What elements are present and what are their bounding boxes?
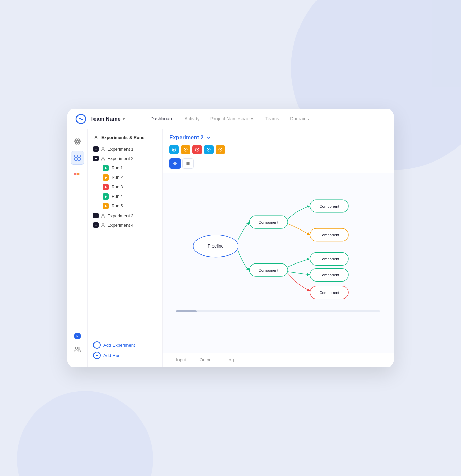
run-item-5[interactable]: ▶ Run 5 [88,201,162,211]
model-icon [74,154,81,161]
run-dot-2: ▶ [103,174,109,181]
run-item-1[interactable]: ▶ Run 1 [88,163,162,173]
run-dot-1: ▶ [103,165,109,171]
exp-user-icon-4 [101,223,105,227]
svg-point-14 [102,157,104,159]
experiments-panel: Experiments & Runs + Experiment 1 − Expe… [88,129,163,367]
content-area: Experiment 2 [163,129,394,367]
exp-toggle-3[interactable]: + [93,213,99,218]
run-3-label: Run 3 [112,185,123,189]
svg-point-15 [102,214,104,216]
add-run-icon: + [93,352,101,359]
svg-point-9 [74,173,76,175]
exp-toggle-1[interactable]: + [93,146,99,152]
add-experiment-label: Add Experiment [103,343,135,348]
svg-text:Component: Component [319,233,339,237]
svg-point-16 [102,224,104,225]
panel-title: Experiments & Runs [101,135,144,140]
tab-project-namespaces[interactable]: Project Namespaces [210,110,254,128]
run-item-2[interactable]: ▶ Run 2 [88,173,162,182]
svg-rect-8 [78,158,80,160]
exp-toggle-4[interactable]: + [93,222,99,228]
toggle-list-btn[interactable] [182,158,194,169]
experiments-icon [74,138,81,145]
experiment-2-label: Experiment 2 [107,156,134,161]
run-dot-5: ▶ [103,203,109,209]
run-item-4[interactable]: ▶ Run 4 [88,192,162,201]
add-run-label: Add Run [103,353,121,358]
experiments-sidebar-btn[interactable] [71,135,84,148]
experiment-selector[interactable]: Experiment 2 [169,135,387,141]
diagram-scrollbar[interactable] [176,310,380,312]
panel-header-icon [93,135,99,140]
logo-area: Team Name ▾ [75,114,150,124]
diagram-area: Pipeline Component Component Component C… [163,173,394,353]
svg-text:Component: Component [259,220,279,224]
svg-rect-6 [78,155,80,157]
svg-point-1 [76,141,78,142]
app-window: Team Name ▾ Dashboard Activity Project N… [67,109,394,367]
run-badge-1[interactable] [169,145,179,154]
team-icon [74,346,81,353]
exp-user-icon-1 [101,147,105,151]
notification-badge[interactable]: 2 [74,333,81,339]
team-chevron-icon: ▾ [123,117,125,121]
bottom-tabs: Input Output Log [163,353,394,367]
svg-rect-5 [75,155,77,157]
tab-input[interactable]: Input [169,353,193,367]
svg-point-12 [78,347,80,349]
svg-point-13 [102,148,104,149]
diagram-scrollbar-thumb [176,310,197,312]
app-logo-icon [75,114,86,124]
run-badge-4[interactable] [204,145,214,154]
experiment-1-label: Experiment 1 [107,147,134,152]
exp-user-icon-3 [101,213,105,218]
run-5-label: Run 5 [112,204,123,208]
team-selector[interactable]: Team Name ▾ [90,116,125,122]
add-experiment-btn[interactable]: + Add Experiment [93,341,157,349]
run-badge-3[interactable] [192,145,202,154]
run-item-3[interactable]: ▶ Run 3 [88,182,162,192]
add-actions: + Add Experiment + Add Run [88,336,162,362]
add-run-btn[interactable]: + Add Run [93,352,157,359]
model-sidebar-btn[interactable] [71,151,84,165]
svg-text:Component: Component [319,291,339,295]
exp-user-icon-2 [101,156,105,161]
experiment-item-2[interactable]: − Experiment 2 [88,154,162,163]
sidebar-icons: 2 [67,129,88,367]
run-dot-4: ▶ [103,193,109,200]
panel-header: Experiments & Runs [88,135,162,144]
run-2-label: Run 2 [112,175,123,180]
run-icons-row [169,145,387,154]
top-nav: Team Name ▾ Dashboard Activity Project N… [67,109,394,129]
svg-rect-7 [75,158,77,160]
team-sidebar-btn[interactable] [71,343,84,356]
svg-text:Component: Component [319,257,339,261]
run-badge-5[interactable] [216,145,225,154]
tab-activity[interactable]: Activity [185,110,200,128]
run-1-label: Run 1 [112,166,123,170]
experiment-selector-chevron-icon [206,135,211,140]
add-experiment-icon: + [93,341,101,349]
tab-log[interactable]: Log [220,353,241,367]
main-content: 2 Exp [67,129,394,367]
svg-text:Component: Component [319,204,339,208]
tab-teams[interactable]: Teams [265,110,279,128]
svg-point-11 [75,347,78,349]
experiment-item-4[interactable]: + Experiment 4 [88,220,162,230]
other-sidebar-btn[interactable] [71,167,84,181]
svg-point-10 [77,173,79,175]
experiment-item-1[interactable]: + Experiment 1 [88,144,162,154]
run-4-label: Run 4 [112,194,123,199]
toggle-flow-btn[interactable] [169,158,181,169]
experiment-item-3[interactable]: + Experiment 3 [88,211,162,220]
tab-domains[interactable]: Domains [290,110,309,128]
exp-toggle-2[interactable]: − [93,156,99,161]
svg-text:Component: Component [259,268,279,272]
experiment-4-label: Experiment 4 [107,223,134,228]
tab-dashboard[interactable]: Dashboard [150,110,174,128]
run-badge-2[interactable] [181,145,190,154]
tab-output[interactable]: Output [193,353,220,367]
pipeline-diagram: Pipeline Component Component Component C… [169,180,387,309]
nav-tabs: Dashboard Activity Project Namespaces Te… [150,110,386,128]
